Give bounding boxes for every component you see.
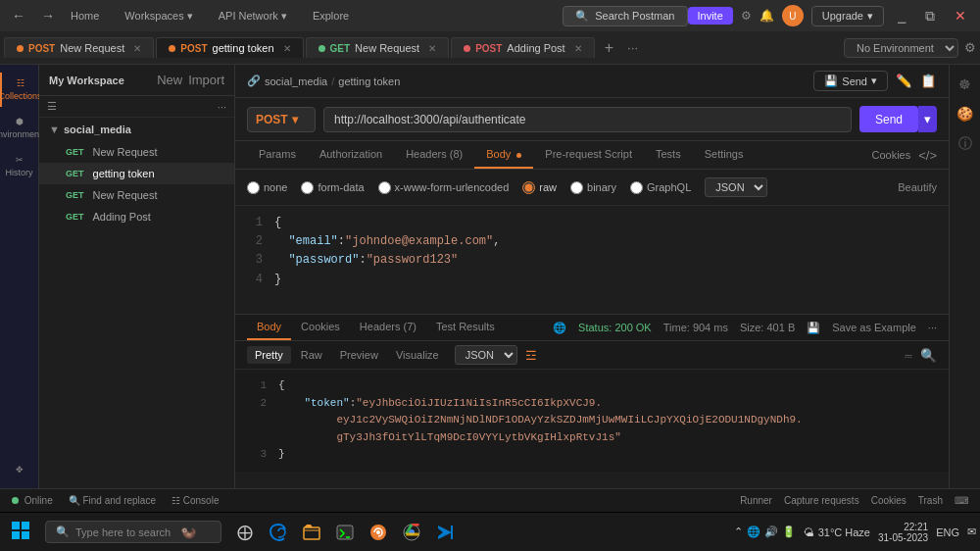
resp-fmt-pretty[interactable]: Pretty bbox=[247, 346, 291, 364]
search-response-button[interactable]: 🔍 bbox=[920, 348, 937, 363]
taskbar-terminal[interactable] bbox=[329, 517, 361, 548]
console-button[interactable]: ☷ Console bbox=[172, 495, 219, 506]
tray-up-icon[interactable]: ⌃ bbox=[734, 526, 743, 538]
req-tab-params[interactable]: Params bbox=[247, 141, 308, 169]
req-tab-pre-request[interactable]: Pre-request Script bbox=[533, 141, 644, 169]
taskbar-postman[interactable] bbox=[363, 517, 394, 548]
upgrade-button[interactable]: Upgrade ▾ bbox=[811, 6, 884, 26]
volume-icon[interactable]: 🔊 bbox=[764, 526, 778, 538]
code-editor[interactable]: 1 { 2 "email" : "johndoe@example.com" , … bbox=[235, 206, 949, 314]
time-display[interactable]: 22:21 31-05-2023 bbox=[878, 522, 928, 543]
sidebar-nav-environments[interactable]: ⬢ Environments bbox=[0, 111, 38, 145]
cookie-quick-icon[interactable]: 🍪 bbox=[953, 102, 977, 125]
body-format-select[interactable]: JSON bbox=[705, 177, 767, 197]
sidebar-item-new-request-2[interactable]: GET New Request bbox=[39, 184, 234, 206]
method-select[interactable]: POST ▾ bbox=[247, 107, 316, 132]
tab-new-request-2[interactable]: GET New Request ✕ bbox=[306, 37, 450, 58]
keyboard-icon[interactable]: ⌨ bbox=[955, 495, 968, 506]
tab-new-request-1[interactable]: POST New Request ✕ bbox=[4, 37, 154, 58]
taskbar-search[interactable]: 🔍 Type here to search 🦦 bbox=[45, 521, 221, 543]
tab-adding-post[interactable]: POST Adding Post ✕ bbox=[451, 37, 595, 58]
save-as-example-button[interactable]: Save as Example bbox=[832, 322, 916, 333]
battery-icon[interactable]: 🔋 bbox=[782, 526, 796, 538]
req-tab-headers[interactable]: Headers (8) bbox=[394, 141, 474, 169]
radio-form-data[interactable]: form-data bbox=[301, 181, 364, 194]
copy-response-button[interactable]: ⎓ bbox=[905, 348, 912, 363]
network-icon[interactable]: 🌐 bbox=[747, 526, 760, 538]
tab-close-2[interactable]: ✕ bbox=[283, 43, 291, 54]
sidebar-nav-history[interactable]: ✂ History bbox=[0, 149, 38, 183]
resp-fmt-preview[interactable]: Preview bbox=[332, 346, 386, 364]
resp-filter-icon[interactable]: ☲ bbox=[525, 348, 537, 363]
req-tab-cookies[interactable]: Cookies bbox=[871, 149, 910, 161]
nav-api-network[interactable]: API Network ▾ bbox=[207, 6, 299, 26]
url-input[interactable] bbox=[323, 107, 852, 132]
new-collection-button[interactable]: New bbox=[157, 73, 182, 87]
runner-button[interactable]: Runner bbox=[740, 495, 772, 506]
code-icon[interactable]: </> bbox=[918, 148, 937, 163]
nav-explore[interactable]: Explore bbox=[301, 6, 361, 25]
sidebar-item-adding-post[interactable]: GET Adding Post bbox=[39, 206, 234, 227]
radio-graphql[interactable]: GraphQL bbox=[630, 181, 691, 194]
tab-getting-token[interactable]: POST getting token ✕ bbox=[156, 37, 303, 58]
sidebar-nav-extra[interactable]: ✥ bbox=[12, 459, 27, 480]
trash-button[interactable]: Trash bbox=[918, 495, 943, 506]
taskbar-chrome[interactable] bbox=[396, 517, 427, 548]
taskbar-vscode[interactable] bbox=[429, 517, 461, 548]
start-button[interactable] bbox=[4, 518, 37, 546]
resp-fmt-visualize[interactable]: Visualize bbox=[388, 346, 447, 364]
radio-raw[interactable]: raw bbox=[522, 181, 557, 194]
restore-button[interactable]: ⧉ bbox=[919, 6, 941, 26]
save-button[interactable]: 💾 Send ▾ bbox=[813, 71, 888, 91]
sidebar-more-button[interactable]: ··· bbox=[218, 101, 226, 113]
capture-button[interactable]: Capture requests bbox=[784, 495, 859, 506]
radio-binary[interactable]: binary bbox=[570, 181, 616, 194]
radio-urlencoded[interactable]: x-www-form-urlencoded bbox=[378, 181, 510, 194]
tab-close-4[interactable]: ✕ bbox=[574, 43, 582, 54]
avatar[interactable]: U bbox=[782, 5, 804, 26]
sidebar-nav-collections[interactable]: ☷ Collections bbox=[0, 73, 38, 107]
filter-icon[interactable]: ☰ bbox=[47, 100, 57, 113]
docs-button[interactable]: 📋 bbox=[920, 74, 937, 88]
taskbar-taskview[interactable]: ⨁ bbox=[229, 517, 261, 548]
back-button[interactable]: ← bbox=[8, 6, 29, 25]
close-button[interactable]: ✕ bbox=[949, 6, 972, 25]
send-button[interactable]: Send bbox=[859, 106, 918, 132]
environment-select[interactable]: No Environment bbox=[844, 38, 958, 58]
add-tab-button[interactable]: + bbox=[597, 39, 621, 57]
sidebar-item-getting-token[interactable]: GET getting token bbox=[39, 163, 234, 184]
resp-tab-cookies[interactable]: Cookies bbox=[291, 315, 350, 340]
nav-workspaces[interactable]: Workspaces ▾ bbox=[113, 6, 204, 26]
tab-close-1[interactable]: ✕ bbox=[133, 43, 141, 54]
nav-home[interactable]: Home bbox=[59, 6, 111, 25]
notification-icon[interactable]: 🔔 bbox=[760, 9, 774, 23]
invite-button[interactable]: Invite bbox=[688, 7, 733, 25]
edit-button[interactable]: ✏️ bbox=[896, 74, 912, 88]
collection-header[interactable]: ▼ social_media bbox=[39, 118, 234, 141]
search-bar[interactable]: 🔍 Search Postman bbox=[563, 6, 687, 26]
env-quick-icon[interactable]: ☸ bbox=[955, 73, 975, 96]
sidebar-item-new-request-1[interactable]: GET New Request bbox=[39, 141, 234, 163]
response-format-select[interactable]: JSON bbox=[455, 345, 517, 365]
import-button[interactable]: Import bbox=[188, 73, 224, 87]
req-tab-tests[interactable]: Tests bbox=[644, 141, 693, 169]
find-replace-button[interactable]: 🔍 Find and replace bbox=[69, 495, 156, 506]
info-icon[interactable]: ⓘ bbox=[955, 131, 976, 157]
resp-tab-body[interactable]: Body bbox=[247, 315, 291, 340]
beautify-button[interactable]: Beautify bbox=[898, 181, 937, 193]
more-tabs-button[interactable]: ··· bbox=[621, 40, 644, 55]
resp-fmt-raw[interactable]: Raw bbox=[293, 346, 330, 364]
send-dropdown-button[interactable]: ▾ bbox=[918, 106, 937, 132]
env-settings-icon[interactable]: ⚙ bbox=[964, 40, 976, 55]
resp-tab-test-results[interactable]: Test Results bbox=[426, 315, 505, 340]
tab-close-3[interactable]: ✕ bbox=[428, 43, 436, 54]
radio-none[interactable]: none bbox=[247, 181, 287, 194]
req-tab-body[interactable]: Body bbox=[474, 141, 533, 169]
forward-button[interactable]: → bbox=[37, 6, 59, 25]
req-tab-settings[interactable]: Settings bbox=[693, 141, 756, 169]
settings-icon[interactable]: ⚙ bbox=[741, 9, 752, 23]
taskbar-explorer[interactable] bbox=[296, 517, 327, 548]
taskbar-edge[interactable] bbox=[263, 517, 294, 548]
notification-center-icon[interactable]: ✉ bbox=[967, 526, 976, 538]
resp-tab-headers[interactable]: Headers (7) bbox=[350, 315, 426, 340]
